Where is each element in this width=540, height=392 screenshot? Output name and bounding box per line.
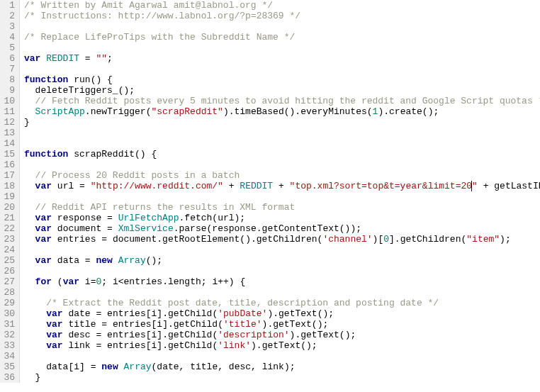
code-line[interactable]: }	[24, 117, 540, 128]
code-line[interactable]: var response = UrlFetchApp.fetch(url);	[24, 213, 540, 223]
code-line[interactable]: /* Extract the Reddit post date, title, …	[24, 298, 540, 308]
line-number: 12	[3, 117, 15, 128]
code-line[interactable]	[24, 138, 540, 149]
code-line[interactable]: var title = entries[i].getChild('title')…	[24, 319, 540, 330]
code-line[interactable]	[24, 159, 540, 170]
code-editor[interactable]: /* Written by Amit Agarwal amit@labnol.o…	[20, 0, 540, 383]
code-line[interactable]: var data = new Array();	[24, 255, 540, 266]
line-number: 19	[3, 191, 15, 202]
code-line[interactable]	[24, 266, 540, 276]
line-number: 35	[3, 362, 15, 372]
line-number: 26	[3, 266, 15, 276]
line-number: 6	[3, 53, 15, 64]
line-number: 18	[3, 181, 15, 191]
code-line[interactable]	[24, 245, 540, 255]
code-line[interactable]: function run() {	[24, 74, 540, 85]
code-line[interactable]	[24, 128, 540, 138]
line-number: 29	[3, 298, 15, 308]
code-line[interactable]: /* Instructions: http://www.labnol.org/?…	[24, 11, 540, 21]
code-line[interactable]: // Process 20 Reddit posts in a batch	[24, 170, 540, 181]
line-number: 1	[3, 0, 15, 11]
code-line[interactable]: var document = XmlService.parse(response…	[24, 223, 540, 234]
line-number: 14	[3, 138, 15, 149]
code-line[interactable]	[24, 64, 540, 74]
line-number: 7	[3, 64, 15, 74]
code-line[interactable]: var entries = document.getRootElement().…	[24, 234, 540, 245]
line-number: 4	[3, 32, 15, 43]
line-number: 20	[3, 202, 15, 213]
code-line[interactable]: var link = entries[i].getChild('link').g…	[24, 340, 540, 351]
line-number: 33	[3, 340, 15, 351]
line-number: 28	[3, 287, 15, 298]
line-number: 8	[3, 74, 15, 85]
line-number: 9	[3, 85, 15, 96]
code-line[interactable]: var date = entries[i].getChild('pubDate'…	[24, 308, 540, 319]
line-number: 2	[3, 11, 15, 21]
line-number: 31	[3, 319, 15, 330]
line-number: 22	[3, 223, 15, 234]
code-line[interactable]: var REDDIT = "";	[24, 53, 540, 64]
line-gutter: 1234567891011121314151617181920212223242…	[0, 0, 20, 383]
code-line[interactable]: /* Replace LifeProTips with the Subreddi…	[24, 32, 540, 43]
code-line[interactable]: deleteTriggers_();	[24, 85, 540, 96]
line-number: 13	[3, 128, 15, 138]
line-number: 10	[3, 96, 15, 106]
line-number: 17	[3, 170, 15, 181]
line-number: 16	[3, 159, 15, 170]
code-line[interactable]: function scrapReddit() {	[24, 149, 540, 159]
code-line[interactable]	[24, 43, 540, 53]
code-line[interactable]: /* Written by Amit Agarwal amit@labnol.o…	[24, 0, 540, 11]
line-number: 11	[3, 106, 15, 117]
code-line[interactable]: ScriptApp.newTrigger("scrapReddit").time…	[24, 106, 540, 117]
line-number: 24	[3, 245, 15, 255]
line-number: 15	[3, 149, 15, 159]
code-line[interactable]: for (var i=0; i<entries.length; i++) {	[24, 276, 540, 287]
line-number: 30	[3, 308, 15, 319]
line-number: 34	[3, 351, 15, 362]
line-number: 25	[3, 255, 15, 266]
code-line[interactable]	[24, 351, 540, 362]
line-number: 5	[3, 43, 15, 53]
line-number: 23	[3, 234, 15, 245]
code-line[interactable]: data[i] = new Array(date, title, desc, l…	[24, 362, 540, 372]
code-line[interactable]: // Reddit API returns the results in XML…	[24, 202, 540, 213]
line-number: 3	[3, 21, 15, 32]
code-line[interactable]	[24, 191, 540, 202]
code-line[interactable]: // Fetch Reddit posts every 5 minutes to…	[24, 96, 540, 106]
line-number: 27	[3, 276, 15, 287]
code-line[interactable]	[24, 21, 540, 32]
code-line[interactable]: }	[24, 372, 540, 383]
line-number: 21	[3, 213, 15, 223]
line-number: 32	[3, 330, 15, 340]
line-number: 36	[3, 372, 15, 383]
code-line[interactable]: var desc = entries[i].getChild('descript…	[24, 330, 540, 340]
code-line[interactable]: var url = "http://www.reddit.com/" + RED…	[24, 181, 540, 191]
code-line[interactable]	[24, 287, 540, 298]
